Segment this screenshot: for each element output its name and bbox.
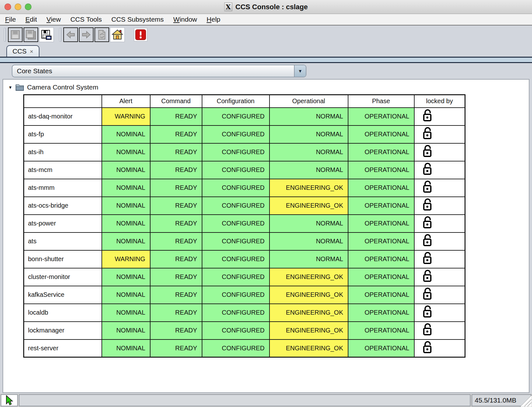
subsystem-name: localdb	[24, 304, 102, 322]
status-cell: NORMAL	[270, 232, 348, 250]
status-cell: NOMINAL	[102, 322, 150, 339]
tab-ccs[interactable]: CCS ×	[6, 45, 39, 57]
forward-button[interactable]	[79, 27, 94, 42]
table-row-kafkaService[interactable]: kafkaServiceNOMINALREADYCONFIGUREDENGINE…	[24, 286, 465, 304]
table-row-ats-power[interactable]: ats-powerNOMINALREADYCONFIGUREDNORMALOPE…	[24, 215, 465, 232]
table-row-ats-ocs-bridge[interactable]: ats-ocs-bridgeNOMINALREADYCONFIGUREDENGI…	[24, 197, 465, 215]
table-row-ats-mcm[interactable]: ats-mcmNOMINALREADYCONFIGUREDNORMALOPERA…	[24, 161, 465, 179]
unlocked-padlock-icon	[422, 269, 433, 283]
locked-by-cell	[414, 232, 465, 250]
menu-item-ccs-tools[interactable]: CCS Tools	[70, 16, 102, 23]
status-message-area	[19, 394, 471, 406]
table-row-rest-server[interactable]: rest-serverNOMINALREADYCONFIGUREDENGINEE…	[24, 339, 465, 357]
menu-item-view[interactable]: View	[46, 16, 61, 23]
column-header-Configuration[interactable]: Configuration	[202, 95, 270, 108]
table-row-ats-daq-monitor[interactable]: ats-daq-monitorWARNINGREADYCONFIGUREDNOR…	[24, 108, 465, 125]
cursor-mode-indicator	[1, 394, 18, 406]
error-console-button[interactable]	[134, 28, 147, 41]
menu-item-window[interactable]: Window	[173, 16, 197, 23]
dropdown-arrow-button[interactable]: ▼	[294, 65, 306, 77]
status-cell: CONFIGURED	[202, 143, 270, 161]
save-as-button[interactable]	[39, 27, 54, 42]
locked-by-cell	[414, 161, 465, 179]
window-resize-grip[interactable]	[520, 395, 532, 407]
back-button[interactable]	[63, 27, 78, 42]
save-all-button[interactable]	[24, 27, 38, 42]
status-cell: NOMINAL	[102, 232, 150, 250]
tree-expander-icon[interactable]: ▼	[8, 85, 12, 90]
unlocked-padlock-icon	[422, 180, 433, 194]
status-cell: OPERATIONAL	[348, 125, 414, 143]
subsystem-name: cluster-monitor	[24, 268, 102, 286]
column-header-Alert[interactable]: Alert	[102, 95, 150, 108]
table-row-ats-mmm[interactable]: ats-mmmNOMINALREADYCONFIGUREDENGINEERING…	[24, 179, 465, 197]
table-header: AlertCommandConfigurationOperationalPhas…	[24, 95, 465, 108]
home-icon	[112, 29, 123, 40]
unlocked-padlock-icon	[422, 340, 433, 354]
floppy-icon	[10, 30, 20, 40]
status-cell: ENGINEERING_OK	[270, 322, 348, 339]
status-cell: NOMINAL	[102, 339, 150, 357]
refresh-page-button[interactable]	[94, 27, 109, 42]
menu-item-file[interactable]: File	[5, 16, 16, 23]
column-header-Phase[interactable]: Phase	[348, 95, 414, 108]
subsystem-name: ats-daq-monitor	[24, 108, 102, 125]
status-cell: READY	[150, 143, 202, 161]
status-cell: OPERATIONAL	[348, 215, 414, 232]
tab-strip: CCS ×	[0, 44, 532, 57]
menu-item-ccs-subsystems[interactable]: CCS Subsystems	[111, 16, 164, 23]
status-cell: CONFIGURED	[202, 339, 270, 357]
subsystem-name: bonn-shutter	[24, 250, 102, 268]
status-cell: OPERATIONAL	[348, 286, 414, 304]
status-cell: OPERATIONAL	[348, 197, 414, 215]
subsystem-name: ats-power	[24, 215, 102, 232]
status-cell: NOMINAL	[102, 161, 150, 179]
locked-by-cell	[414, 286, 465, 304]
table-row-ats[interactable]: atsNOMINALREADYCONFIGUREDNORMALOPERATION…	[24, 232, 465, 250]
status-cell: OPERATIONAL	[348, 250, 414, 268]
status-cell: NORMAL	[270, 161, 348, 179]
floppy-small-disk-icon	[41, 30, 52, 40]
status-cell: READY	[150, 322, 202, 339]
status-cell: NORMAL	[270, 250, 348, 268]
unlocked-padlock-icon	[422, 233, 433, 247]
toolbar-drag-handle[interactable]	[59, 28, 61, 42]
status-cell: CONFIGURED	[202, 232, 270, 250]
folder-icon	[15, 83, 24, 91]
subsystem-name: ats-ih	[24, 143, 102, 161]
memory-usage-text: 45.5/131.0MB	[475, 396, 516, 404]
status-cell: NOMINAL	[102, 197, 150, 215]
column-header-locked by[interactable]: locked by	[414, 95, 465, 108]
tree-node-camera-control-system[interactable]: ▼ Camera Control System	[3, 80, 529, 91]
menu-item-edit[interactable]: Edit	[25, 16, 37, 23]
table-row-ats-fp[interactable]: ats-fpNOMINALREADYCONFIGUREDNORMALOPERAT…	[24, 125, 465, 143]
status-cell: NOMINAL	[102, 179, 150, 197]
content-panel: ▼ Camera Control System AlertCommandConf…	[3, 79, 529, 393]
status-cell: READY	[150, 197, 202, 215]
home-button[interactable]	[110, 27, 125, 42]
status-cell: CONFIGURED	[202, 268, 270, 286]
status-cell: CONFIGURED	[202, 161, 270, 179]
status-cell: CONFIGURED	[202, 197, 270, 215]
locked-by-cell	[414, 108, 465, 125]
tree-node-label: Camera Control System	[27, 83, 98, 91]
menu-item-help[interactable]: Help	[206, 16, 220, 23]
table-row-localdb[interactable]: localdbNOMINALREADYCONFIGUREDENGINEERING…	[24, 304, 465, 322]
x11-app-icon: X	[224, 3, 232, 11]
tab-panel-border	[0, 57, 532, 63]
toolbar-drag-handle[interactable]	[4, 28, 6, 42]
status-cell: READY	[150, 232, 202, 250]
column-header-name[interactable]	[24, 95, 102, 108]
save-button[interactable]	[8, 27, 23, 42]
view-selector-dropdown[interactable]: Core States ▼	[12, 65, 306, 77]
column-header-Operational[interactable]: Operational	[270, 95, 348, 108]
arrow-right-icon	[81, 30, 91, 40]
status-cell: NORMAL	[270, 215, 348, 232]
tab-close-icon[interactable]: ×	[30, 48, 33, 54]
table-row-bonn-shutter[interactable]: bonn-shutterWARNINGREADYCONFIGUREDNORMAL…	[24, 250, 465, 268]
column-header-Command[interactable]: Command	[150, 95, 202, 108]
table-row-lockmanager[interactable]: lockmanagerNOMINALREADYCONFIGUREDENGINEE…	[24, 322, 465, 339]
status-cell: OPERATIONAL	[348, 108, 414, 125]
table-row-cluster-monitor[interactable]: cluster-monitorNOMINALREADYCONFIGUREDENG…	[24, 268, 465, 286]
table-row-ats-ih[interactable]: ats-ihNOMINALREADYCONFIGUREDNORMALOPERAT…	[24, 143, 465, 161]
